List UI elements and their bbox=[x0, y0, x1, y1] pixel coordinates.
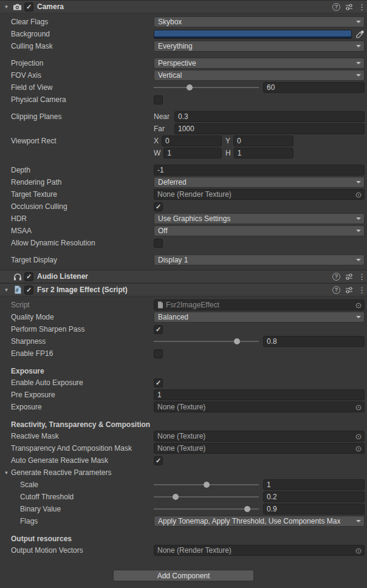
camera-component-header[interactable]: ▼ ✓ Camera ? ⋮ bbox=[0, 0, 367, 13]
sharpness-slider[interactable] bbox=[154, 336, 259, 347]
object-picker-icon[interactable]: ⊙ bbox=[353, 443, 364, 453]
rendering-path-dropdown[interactable]: Deferred bbox=[154, 177, 365, 188]
clipping-far-input[interactable] bbox=[174, 123, 365, 134]
kebab-menu-icon[interactable]: ⋮ bbox=[358, 273, 363, 281]
camera-title: Camera bbox=[37, 2, 331, 11]
camera-enabled-checkbox[interactable]: ✓ bbox=[24, 2, 33, 12]
audio-listener-component-header[interactable]: ✓ Audio Listener ? ⋮ bbox=[0, 270, 367, 283]
msaa-dropdown[interactable]: Off bbox=[154, 225, 365, 236]
eyedropper-icon[interactable] bbox=[355, 30, 365, 38]
spacer bbox=[0, 249, 367, 254]
object-picker-icon[interactable]: ⊙ bbox=[353, 190, 364, 199]
slider-thumb[interactable] bbox=[204, 482, 210, 488]
exposure-field[interactable]: None (Texture) ⊙ bbox=[154, 402, 365, 412]
quality-mode-dropdown[interactable]: Balanced bbox=[154, 312, 365, 323]
background-color-swatch[interactable] bbox=[154, 30, 352, 39]
presets-icon[interactable] bbox=[345, 286, 353, 294]
foldout-arrow-icon[interactable]: ▼ bbox=[2, 4, 10, 10]
clipping-near-input[interactable] bbox=[174, 111, 365, 122]
scale-slider[interactable] bbox=[154, 479, 259, 490]
fsr2-component-header[interactable]: ▼ # ✓ Fsr 2 Image Effect (Script) ? ⋮ bbox=[0, 283, 367, 296]
depth-row: Depth bbox=[0, 164, 367, 176]
fov-axis-dropdown[interactable]: Vertical bbox=[154, 70, 365, 81]
add-component-button[interactable]: Add Component bbox=[113, 570, 254, 581]
kebab-menu-icon[interactable]: ⋮ bbox=[358, 286, 363, 294]
far-label: Far bbox=[154, 125, 174, 133]
foldout-arrow-icon[interactable]: ▼ bbox=[2, 470, 10, 476]
auto-generate-reactive-mask-label: Auto Generate Reactive Mask bbox=[0, 456, 154, 465]
object-picker-icon[interactable]: ⊙ bbox=[353, 431, 364, 441]
chevron-down-icon bbox=[356, 181, 361, 183]
reactive-mask-label: Reactive Mask bbox=[0, 432, 154, 440]
field-of-view-slider[interactable] bbox=[154, 82, 259, 93]
depth-input[interactable] bbox=[154, 165, 365, 176]
pre-exposure-input[interactable] bbox=[154, 389, 365, 400]
auto-generate-reactive-mask-checkbox[interactable]: ✓ bbox=[154, 456, 163, 465]
perform-sharpen-pass-label: Perform Sharpen Pass bbox=[0, 325, 154, 333]
physical-camera-checkbox[interactable]: ✓ bbox=[154, 95, 163, 104]
hdr-dropdown[interactable]: Use Graphics Settings bbox=[154, 213, 365, 224]
perform-sharpen-pass-checkbox[interactable]: ✓ bbox=[154, 325, 163, 334]
quality-mode-label: Quality Mode bbox=[0, 313, 154, 321]
occlusion-culling-checkbox[interactable]: ✓ bbox=[154, 202, 163, 211]
scale-input[interactable] bbox=[263, 479, 365, 490]
clear-flags-dropdown[interactable]: Skybox bbox=[154, 16, 365, 27]
projection-label: Projection bbox=[0, 59, 154, 67]
object-picker-icon[interactable]: ⊙ bbox=[353, 402, 364, 412]
fsr2-body: Script Fsr2ImageEffect ⊙ Quality Mode Ba… bbox=[0, 296, 367, 560]
target-display-dropdown[interactable]: Display 1 bbox=[154, 255, 365, 265]
binary-value-slider[interactable] bbox=[154, 504, 259, 514]
enable-auto-exposure-checkbox[interactable]: ✓ bbox=[154, 378, 163, 388]
header-actions: ? ⋮ bbox=[332, 273, 363, 281]
slider-thumb[interactable] bbox=[244, 506, 250, 512]
camera-body: Clear Flags Skybox Background Culling Ma… bbox=[0, 13, 367, 270]
slider-thumb[interactable] bbox=[234, 338, 240, 344]
foldout-arrow-icon[interactable]: ▼ bbox=[2, 287, 10, 293]
culling-mask-dropdown[interactable]: Everything bbox=[154, 41, 365, 52]
viewport-h-cell: H bbox=[225, 148, 293, 159]
audio-listener-enabled-checkbox[interactable]: ✓ bbox=[24, 272, 33, 281]
sharpness-input[interactable] bbox=[263, 336, 365, 347]
occlusion-culling-label: Occlusion Culling bbox=[0, 202, 154, 211]
cutoff-threshold-slider[interactable] bbox=[154, 491, 259, 502]
transparency-mask-field[interactable]: None (Texture) ⊙ bbox=[154, 443, 365, 454]
viewport-w-input[interactable] bbox=[163, 148, 222, 159]
presets-icon[interactable] bbox=[345, 3, 353, 11]
slider-track bbox=[154, 87, 259, 88]
fsr2-enabled-checkbox[interactable]: ✓ bbox=[24, 285, 33, 295]
culling-mask-row: Culling Mask Everything bbox=[0, 40, 367, 52]
output-motion-vectors-row: Output Motion Vectors None (Render Textu… bbox=[0, 544, 367, 556]
viewport-y-input[interactable] bbox=[233, 135, 293, 146]
quality-mode-row: Quality Mode Balanced bbox=[0, 311, 367, 323]
generate-reactive-parameters-label: Generate Reactive Parameters bbox=[11, 468, 111, 477]
section-heading-reactivity: Reactivity, Transparency & Composition bbox=[0, 419, 367, 430]
projection-dropdown[interactable]: Perspective bbox=[154, 58, 365, 69]
cutoff-threshold-input[interactable] bbox=[263, 491, 365, 502]
slider-thumb[interactable] bbox=[187, 84, 193, 91]
help-icon[interactable]: ? bbox=[332, 286, 340, 294]
target-texture-field[interactable]: None (Render Texture) ⊙ bbox=[154, 189, 365, 200]
object-picker-icon[interactable]: ⊙ bbox=[353, 545, 364, 555]
kebab-menu-icon[interactable]: ⋮ bbox=[358, 3, 363, 11]
generate-reactive-parameters-row[interactable]: ▼ Generate Reactive Parameters bbox=[0, 467, 367, 479]
enable-fp16-checkbox[interactable]: ✓ bbox=[154, 349, 163, 358]
output-motion-vectors-field[interactable]: None (Render Texture) ⊙ bbox=[154, 545, 365, 556]
rendering-path-label: Rendering Path bbox=[0, 178, 154, 186]
presets-icon[interactable] bbox=[345, 273, 353, 281]
viewport-x-input[interactable] bbox=[162, 135, 222, 146]
x-label: X bbox=[154, 137, 159, 145]
transparency-mask-label: Transparency And Composition Mask bbox=[0, 444, 154, 453]
slider-thumb[interactable] bbox=[173, 494, 179, 500]
reactive-mask-field[interactable]: None (Texture) ⊙ bbox=[154, 431, 365, 442]
help-icon[interactable]: ? bbox=[332, 273, 340, 281]
object-picker-icon[interactable]: ⊙ bbox=[353, 300, 364, 310]
viewport-h-input[interactable] bbox=[234, 148, 293, 159]
help-icon[interactable]: ? bbox=[332, 3, 340, 11]
exposure-label: Exposure bbox=[0, 403, 154, 411]
field-of-view-input[interactable] bbox=[263, 82, 365, 93]
binary-value-input[interactable] bbox=[263, 504, 365, 514]
flags-dropdown[interactable]: Apply Tonemap, Apply Threshold, Use Comp… bbox=[154, 516, 365, 527]
section-heading-output: Output resources bbox=[0, 533, 367, 544]
allow-dynamic-resolution-checkbox[interactable]: ✓ bbox=[154, 239, 163, 248]
chevron-down-icon bbox=[356, 21, 361, 23]
